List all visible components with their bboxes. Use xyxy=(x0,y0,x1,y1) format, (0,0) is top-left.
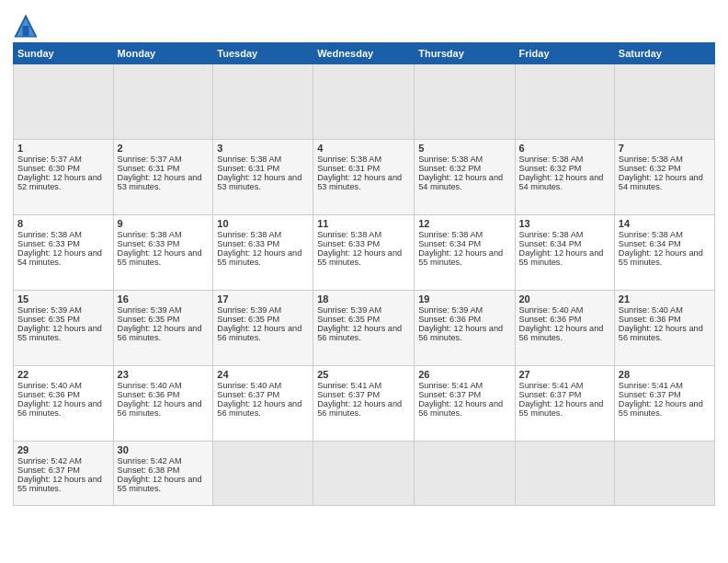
sunrise-label: Sunrise: 5:41 AM xyxy=(619,381,683,390)
day-number: 1 xyxy=(17,143,109,154)
day-number: 3 xyxy=(217,143,309,154)
calendar-cell xyxy=(614,64,714,140)
day-number: 12 xyxy=(418,218,510,229)
day-number: 28 xyxy=(619,369,711,380)
calendar-header-wednesday: Wednesday xyxy=(313,43,415,64)
sunrise-label: Sunrise: 5:38 AM xyxy=(619,155,683,164)
calendar-cell: 28Sunrise: 5:41 AMSunset: 6:37 PMDayligh… xyxy=(614,366,714,442)
logo xyxy=(13,13,42,39)
calendar-header-sunday: Sunday xyxy=(14,43,114,64)
daylight-label: Daylight: 12 hours and 56 minutes. xyxy=(317,399,402,418)
sunset-label: Sunset: 6:37 PM xyxy=(17,465,80,475)
sunrise-label: Sunrise: 5:37 AM xyxy=(118,155,182,164)
day-number: 2 xyxy=(118,143,210,154)
calendar-cell: 12Sunrise: 5:38 AMSunset: 6:34 PMDayligh… xyxy=(415,215,515,291)
sunrise-label: Sunrise: 5:41 AM xyxy=(418,381,483,390)
day-number: 9 xyxy=(118,218,210,229)
daylight-label: Daylight: 12 hours and 56 minutes. xyxy=(17,399,102,418)
daylight-label: Daylight: 12 hours and 56 minutes. xyxy=(217,399,301,418)
day-number: 7 xyxy=(619,143,711,154)
calendar-cell xyxy=(313,442,415,506)
day-number: 11 xyxy=(317,218,410,229)
sunset-label: Sunset: 6:36 PM xyxy=(619,315,681,324)
calendar-cell xyxy=(415,442,515,506)
calendar-cell: 7Sunrise: 5:38 AMSunset: 6:32 PMDaylight… xyxy=(614,140,714,215)
calendar-cell xyxy=(313,64,415,140)
day-number: 14 xyxy=(619,218,711,229)
sunset-label: Sunset: 6:30 PM xyxy=(17,164,80,173)
calendar-week-2: 1Sunrise: 5:37 AMSunset: 6:30 PMDaylight… xyxy=(14,140,715,215)
sunrise-label: Sunrise: 5:38 AM xyxy=(217,155,281,164)
day-number: 27 xyxy=(519,369,610,380)
daylight-label: Daylight: 12 hours and 54 minutes. xyxy=(619,173,703,191)
sunset-label: Sunset: 6:35 PM xyxy=(217,315,279,324)
sunset-label: Sunset: 6:37 PM xyxy=(519,390,582,399)
calendar-body: 1Sunrise: 5:37 AMSunset: 6:30 PMDaylight… xyxy=(14,64,715,506)
sunrise-label: Sunrise: 5:39 AM xyxy=(118,305,182,315)
sunrise-label: Sunrise: 5:38 AM xyxy=(217,230,281,239)
daylight-label: Daylight: 12 hours and 55 minutes. xyxy=(17,324,102,342)
daylight-label: Daylight: 12 hours and 53 minutes. xyxy=(217,173,301,191)
sunset-label: Sunset: 6:35 PM xyxy=(17,315,80,324)
sunrise-label: Sunrise: 5:39 AM xyxy=(418,305,483,315)
logo-icon xyxy=(13,13,39,39)
calendar-header-tuesday: Tuesday xyxy=(213,43,313,64)
sunrise-label: Sunrise: 5:41 AM xyxy=(317,381,381,390)
day-number: 25 xyxy=(317,369,410,380)
calendar-cell: 3Sunrise: 5:38 AMSunset: 6:31 PMDaylight… xyxy=(213,140,313,215)
sunrise-label: Sunrise: 5:38 AM xyxy=(17,230,82,239)
calendar-cell xyxy=(113,64,213,140)
day-number: 20 xyxy=(519,293,610,304)
calendar-cell: 17Sunrise: 5:39 AMSunset: 6:35 PMDayligh… xyxy=(213,291,313,366)
sunrise-label: Sunrise: 5:38 AM xyxy=(317,155,381,164)
page: SundayMondayTuesdayWednesdayThursdayFrid… xyxy=(0,0,728,563)
sunset-label: Sunset: 6:33 PM xyxy=(118,239,180,248)
calendar-week-4: 15Sunrise: 5:39 AMSunset: 6:35 PMDayligh… xyxy=(14,291,715,366)
calendar-cell: 9Sunrise: 5:38 AMSunset: 6:33 PMDaylight… xyxy=(113,215,213,291)
daylight-label: Daylight: 12 hours and 54 minutes. xyxy=(519,173,604,191)
calendar-cell: 30Sunrise: 5:42 AMSunset: 6:38 PMDayligh… xyxy=(113,442,213,506)
day-number: 13 xyxy=(519,218,610,229)
sunset-label: Sunset: 6:38 PM xyxy=(118,465,180,475)
sunset-label: Sunset: 6:32 PM xyxy=(418,164,481,173)
daylight-label: Daylight: 12 hours and 55 minutes. xyxy=(118,248,202,267)
sunset-label: Sunset: 6:36 PM xyxy=(17,390,80,399)
sunrise-label: Sunrise: 5:42 AM xyxy=(118,456,182,465)
sunset-label: Sunset: 6:36 PM xyxy=(519,315,582,324)
sunset-label: Sunset: 6:37 PM xyxy=(217,390,279,399)
sunrise-label: Sunrise: 5:40 AM xyxy=(519,305,584,315)
sunrise-label: Sunrise: 5:40 AM xyxy=(17,381,82,390)
calendar-cell: 20Sunrise: 5:40 AMSunset: 6:36 PMDayligh… xyxy=(515,291,614,366)
sunrise-label: Sunrise: 5:39 AM xyxy=(17,305,82,315)
svg-rect-2 xyxy=(23,26,29,36)
calendar-cell xyxy=(213,64,313,140)
calendar-header-friday: Friday xyxy=(515,43,614,64)
sunrise-label: Sunrise: 5:38 AM xyxy=(118,230,182,239)
daylight-label: Daylight: 12 hours and 55 minutes. xyxy=(619,248,703,267)
daylight-label: Daylight: 12 hours and 56 minutes. xyxy=(118,324,202,342)
sunset-label: Sunset: 6:35 PM xyxy=(317,315,380,324)
calendar-cell: 19Sunrise: 5:39 AMSunset: 6:36 PMDayligh… xyxy=(415,291,515,366)
day-number: 8 xyxy=(17,218,109,229)
day-number: 18 xyxy=(317,293,410,304)
calendar-cell: 24Sunrise: 5:40 AMSunset: 6:37 PMDayligh… xyxy=(213,366,313,442)
calendar-cell: 5Sunrise: 5:38 AMSunset: 6:32 PMDaylight… xyxy=(415,140,515,215)
sunset-label: Sunset: 6:33 PM xyxy=(317,239,380,248)
calendar-cell: 26Sunrise: 5:41 AMSunset: 6:37 PMDayligh… xyxy=(415,366,515,442)
calendar-week-6: 29Sunrise: 5:42 AMSunset: 6:37 PMDayligh… xyxy=(14,442,715,506)
daylight-label: Daylight: 12 hours and 55 minutes. xyxy=(619,399,703,418)
sunrise-label: Sunrise: 5:39 AM xyxy=(317,305,381,315)
header xyxy=(13,9,715,39)
day-number: 30 xyxy=(118,444,210,455)
daylight-label: Daylight: 12 hours and 55 minutes. xyxy=(17,475,102,493)
sunrise-label: Sunrise: 5:39 AM xyxy=(217,305,281,315)
sunset-label: Sunset: 6:34 PM xyxy=(619,239,681,248)
daylight-label: Daylight: 12 hours and 52 minutes. xyxy=(17,173,102,191)
daylight-label: Daylight: 12 hours and 56 minutes. xyxy=(317,324,402,342)
sunrise-label: Sunrise: 5:38 AM xyxy=(519,230,584,239)
calendar-cell: 21Sunrise: 5:40 AMSunset: 6:36 PMDayligh… xyxy=(614,291,714,366)
calendar-cell: 1Sunrise: 5:37 AMSunset: 6:30 PMDaylight… xyxy=(14,140,114,215)
day-number: 19 xyxy=(418,293,510,304)
calendar-cell: 13Sunrise: 5:38 AMSunset: 6:34 PMDayligh… xyxy=(515,215,614,291)
calendar-cell: 2Sunrise: 5:37 AMSunset: 6:31 PMDaylight… xyxy=(113,140,213,215)
